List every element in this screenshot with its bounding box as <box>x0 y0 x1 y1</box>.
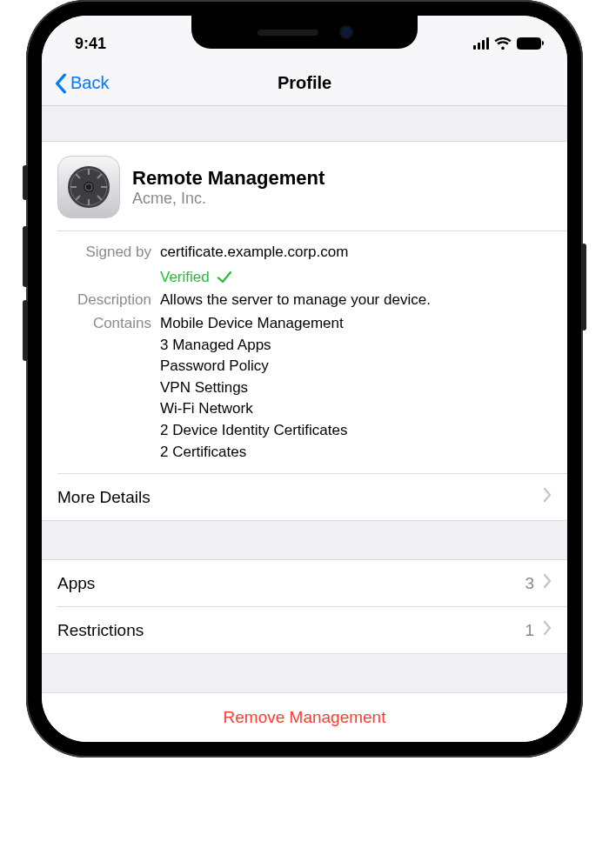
verified-label: Verified <box>160 267 210 289</box>
status-time: 9:41 <box>75 35 106 53</box>
speaker-grille <box>258 30 318 36</box>
wifi-icon <box>494 37 512 50</box>
profile-text: Remote Management Acme, Inc. <box>132 166 325 209</box>
remove-group: Remove Management <box>42 692 567 742</box>
contains-item: 2 Device Identity Certificates <box>160 420 552 442</box>
screen: 9:41 Back Profile <box>42 16 567 742</box>
contains-item: Password Policy <box>160 356 552 377</box>
remove-management-button[interactable]: Remove Management <box>42 693 567 742</box>
contains-item: 2 Certificates <box>160 442 552 464</box>
contains-row: Contains Mobile Device Management3 Manag… <box>57 313 552 463</box>
settings-gear-icon <box>57 156 120 218</box>
apps-row[interactable]: Apps 3 <box>42 560 567 606</box>
more-details-label: More Details <box>57 488 151 507</box>
section-gap <box>42 521 567 559</box>
section-gap <box>42 106 567 141</box>
apps-count: 3 <box>525 574 534 593</box>
chevron-right-icon <box>543 573 552 593</box>
apps-restrictions-group: Apps 3 Restrictions 1 <box>42 559 567 654</box>
power-button <box>581 244 586 331</box>
front-camera <box>341 27 351 37</box>
profile-header: Remote Management Acme, Inc. <box>42 142 567 230</box>
chevron-right-icon <box>543 620 552 640</box>
signed-by-value: certificate.example.corp.com <box>160 242 552 264</box>
contains-label: Contains <box>57 313 160 463</box>
contains-item: VPN Settings <box>160 377 552 399</box>
volume-down <box>23 300 28 361</box>
contains-item: Wi-Fi Network <box>160 398 552 420</box>
checkmark-icon <box>217 270 232 285</box>
profile-meta: Signed by certificate.example.corp.com V… <box>42 231 567 473</box>
battery-icon <box>517 37 541 50</box>
restrictions-label: Restrictions <box>57 621 144 640</box>
profile-org: Acme, Inc. <box>132 190 325 208</box>
restrictions-count: 1 <box>525 621 534 640</box>
back-label: Back <box>70 73 109 93</box>
back-button[interactable]: Back <box>54 73 109 94</box>
nav-bar: Back Profile <box>42 61 567 106</box>
notch <box>191 16 418 49</box>
phone-frame: 9:41 Back Profile <box>26 0 583 758</box>
restrictions-row[interactable]: Restrictions 1 <box>42 607 567 653</box>
more-details-row[interactable]: More Details <box>42 474 567 520</box>
mute-switch <box>23 165 28 200</box>
chevron-right-icon <box>543 487 552 507</box>
description-row: Description Allows the server to manage … <box>57 290 552 311</box>
signed-by-row: Signed by certificate.example.corp.com V… <box>57 242 552 288</box>
volume-up <box>23 226 28 287</box>
section-gap <box>42 654 567 692</box>
contains-item: 3 Managed Apps <box>160 335 552 357</box>
description-label: Description <box>57 290 160 311</box>
cell-signal-icon <box>473 37 490 50</box>
contains-item: Mobile Device Management <box>160 313 552 335</box>
status-indicators <box>473 37 542 50</box>
page-title: Profile <box>278 73 331 93</box>
apps-label: Apps <box>57 574 95 593</box>
signed-by-label: Signed by <box>57 242 160 288</box>
profile-group: Remote Management Acme, Inc. Signed by c… <box>42 141 567 521</box>
verification-status: Verified <box>160 267 552 289</box>
profile-title: Remote Management <box>132 166 325 190</box>
contains-list: Mobile Device Management3 Managed AppsPa… <box>160 313 552 463</box>
description-value: Allows the server to manage your device. <box>160 290 552 311</box>
chevron-left-icon <box>54 73 68 94</box>
